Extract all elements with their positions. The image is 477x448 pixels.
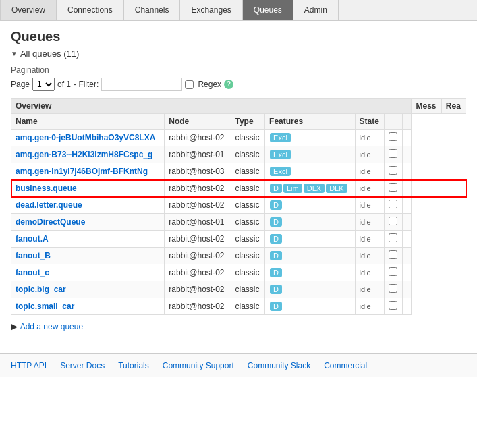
queue-node: rabbit@host-02 (165, 248, 231, 264)
collapse-icon: ▼ (11, 50, 18, 57)
row-checkbox[interactable] (389, 132, 397, 141)
queue-state: idle (355, 146, 385, 163)
col-node: Node (165, 114, 231, 130)
queue-name-link[interactable]: business.queue (16, 184, 77, 193)
footer-link-tutorials[interactable]: Tutorials (118, 361, 149, 370)
feature-badge: DLK (326, 184, 347, 193)
queue-type: classic (231, 197, 265, 214)
queue-state: idle (355, 248, 385, 264)
row-checkbox[interactable] (389, 284, 397, 293)
add-icon: ▶ (11, 322, 17, 331)
queue-name-link[interactable]: fanout_c (16, 268, 49, 277)
queue-node: rabbit@host-03 (165, 163, 231, 180)
col-type: Type (231, 114, 265, 130)
queue-state: idle (355, 180, 385, 197)
queue-state: idle (355, 231, 385, 248)
queue-features: D (265, 197, 356, 214)
col-ready-h (403, 114, 412, 130)
row-checkbox[interactable] (389, 217, 397, 225)
table-row[interactable]: topic.small_carrabbit@host-02classicDidl… (11, 298, 466, 315)
queue-node: rabbit@host-02 (165, 130, 231, 146)
filter-input[interactable] (101, 78, 182, 91)
table-row[interactable]: amq.gen-In1yI7j46BOjmf-BFKntNgrabbit@hos… (11, 163, 466, 180)
nav-item-connections[interactable]: Connections (57, 0, 124, 20)
add-queue-section: ▶ Add a new queue (11, 322, 466, 331)
row-checkbox[interactable] (389, 149, 397, 158)
top-nav: OverviewConnectionsChannelsExchangesQueu… (0, 0, 477, 21)
add-queue-label: Add a new queue (20, 322, 83, 331)
queue-state: idle (355, 214, 385, 231)
all-queues-toggle[interactable]: ▼ All queues (11) (11, 49, 466, 59)
add-queue-link[interactable]: ▶ Add a new queue (11, 322, 83, 331)
table-row[interactable]: fanout_Brabbit@host-02classicDidle (11, 248, 466, 264)
nav-item-exchanges[interactable]: Exchanges (180, 0, 242, 20)
nav-item-admin[interactable]: Admin (293, 0, 339, 20)
row-checkbox[interactable] (389, 267, 397, 276)
col-features: Features (265, 114, 356, 130)
queue-name-link[interactable]: amq.gen-0-jeBUotMbihaO3yVC8LXA (16, 133, 155, 142)
queue-extra (403, 163, 412, 180)
queue-state: idle (355, 163, 385, 180)
queue-extra (403, 197, 412, 214)
queue-features: Excl (265, 163, 356, 180)
table-row[interactable]: fanout.Arabbit@host-02classicDidle (11, 231, 466, 248)
queue-state: idle (355, 298, 385, 315)
queue-name-link[interactable]: topic.small_car (16, 302, 74, 311)
feature-badge: DLX (304, 184, 325, 193)
queue-name-link[interactable]: fanout.A (16, 234, 49, 244)
queue-type: classic (231, 180, 265, 197)
nav-item-overview[interactable]: Overview (0, 0, 57, 20)
regex-checkbox[interactable] (185, 80, 194, 89)
col-messages: Mess (412, 99, 441, 114)
table-row[interactable]: dead.letter.queuerabbit@host-02classicDi… (11, 197, 466, 214)
col-state: State (355, 114, 385, 130)
queue-name-link[interactable]: amq.gen-In1yI7j46BOjmf-BFKntNg (16, 167, 148, 176)
row-checkbox[interactable] (389, 301, 397, 310)
footer-link-http-api[interactable]: HTTP API (11, 361, 47, 370)
feature-badge: D (270, 217, 282, 227)
page-label: Page (11, 80, 30, 89)
row-checkbox[interactable] (389, 200, 397, 208)
queue-features: DLimDLXDLK (265, 180, 356, 197)
footer-link-community-support[interactable]: Community Support (163, 361, 234, 370)
footer-link-commercial[interactable]: Commercial (324, 361, 367, 370)
row-checkbox[interactable] (389, 166, 397, 175)
queue-name-link[interactable]: demoDirectQueue (16, 217, 85, 227)
feature-badge: D (270, 302, 282, 311)
help-button[interactable]: ? (224, 80, 233, 89)
queue-node: rabbit@host-01 (165, 214, 231, 231)
footer-link-community-slack[interactable]: Community Slack (248, 361, 310, 370)
pagination-controls: Page 1 of 1 - Filter: Regex ? (11, 78, 466, 91)
pagination-label: Pagination (11, 65, 466, 75)
queue-features: D (265, 298, 356, 315)
footer-link-server-docs[interactable]: Server Docs (60, 361, 105, 370)
queue-features: D (265, 264, 356, 281)
queue-name-link[interactable]: amq.gen-B73--H2Ki3izmH8FCspc_g (16, 150, 152, 159)
queue-type: classic (231, 298, 265, 315)
queue-name-link[interactable]: topic.big_car (16, 285, 66, 294)
feature-badge: Lim (283, 184, 302, 193)
nav-item-queues[interactable]: Queues (243, 0, 293, 20)
queue-name-link[interactable]: fanout_B (16, 251, 51, 260)
all-queues-label: All queues (11) (20, 49, 79, 59)
nav-item-channels[interactable]: Channels (124, 0, 181, 20)
row-checkbox[interactable] (389, 233, 397, 242)
table-row[interactable]: fanout_crabbit@host-02classicDidle (11, 264, 466, 281)
queue-node: rabbit@host-02 (165, 264, 231, 281)
table-row[interactable]: amq.gen-B73--H2Ki3izmH8FCspc_grabbit@hos… (11, 146, 466, 163)
row-checkbox[interactable] (389, 250, 397, 259)
table-row[interactable]: business.queuerabbit@host-02classicDLimD… (11, 180, 466, 197)
queue-extra (403, 248, 412, 264)
queue-name-link[interactable]: dead.letter.queue (16, 200, 82, 210)
queue-features: D (265, 231, 356, 248)
table-row[interactable]: demoDirectQueuerabbit@host-01classicDidl… (11, 214, 466, 231)
queue-features: Excl (265, 130, 356, 146)
queue-features: Excl (265, 146, 356, 163)
feature-badge: D (270, 200, 282, 210)
table-row[interactable]: amq.gen-0-jeBUotMbihaO3yVC8LXArabbit@hos… (11, 130, 466, 146)
table-row[interactable]: topic.big_carrabbit@host-02classicDidle (11, 281, 466, 298)
queue-node: rabbit@host-02 (165, 281, 231, 298)
page-select[interactable]: 1 (32, 78, 55, 91)
queue-state: idle (355, 197, 385, 214)
row-checkbox[interactable] (389, 183, 397, 192)
